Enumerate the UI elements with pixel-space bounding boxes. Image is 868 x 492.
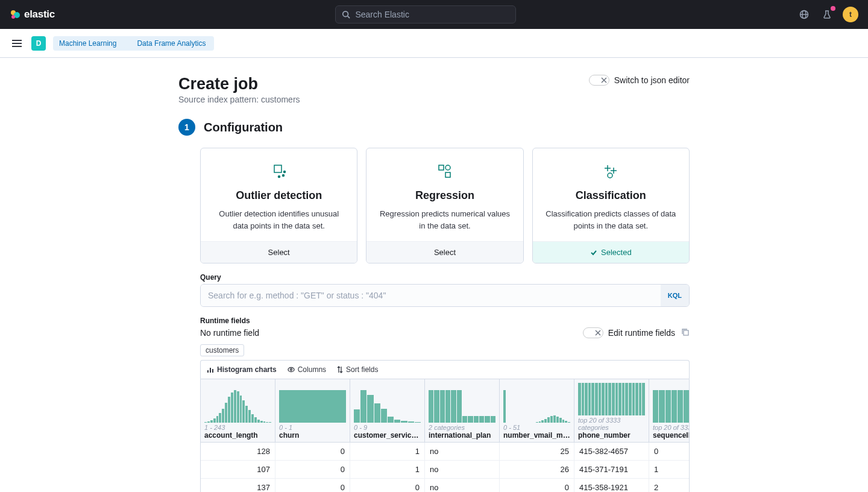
card-select-button[interactable]: Select (201, 241, 357, 263)
query-row: Search for e.g. method : "GET" or status… (200, 284, 690, 307)
column-header[interactable]: 1 - 243account_length (201, 379, 275, 442)
kql-toggle[interactable]: KQL (661, 285, 689, 306)
close-icon (594, 329, 602, 336)
table-cell: no (425, 461, 500, 478)
histogram (429, 389, 495, 423)
title-row: Create job Source index pattern: custome… (178, 75, 690, 104)
column-header[interactable]: 2 categoriesinternational_plan (425, 379, 500, 442)
runtime-actions: Edit runtime fields (583, 327, 690, 338)
card-desc: Outlier detection identifies unusual dat… (212, 208, 346, 232)
help-icon[interactable] (797, 7, 811, 22)
table-cell: 1 (350, 461, 425, 478)
table-cell: 25 (500, 443, 574, 460)
space-badge[interactable]: D (31, 36, 46, 51)
json-editor-switch[interactable]: Switch to json editor (589, 75, 690, 86)
histogram (204, 389, 271, 423)
table-row[interactable]: 13700no0415-358-19212 (201, 479, 690, 492)
histogram (279, 389, 346, 423)
toggle-off (589, 75, 609, 86)
table-cell: 0 (350, 479, 425, 492)
search-icon (342, 10, 350, 19)
table-cell: 107 (201, 461, 275, 478)
elastic-logo-icon (10, 9, 20, 20)
svg-point-32 (290, 369, 292, 371)
toggle-off (583, 327, 603, 338)
svg-rect-30 (212, 369, 213, 373)
sort-button[interactable]: Sort fields (337, 365, 378, 374)
column-range: 0 - 9 (354, 424, 421, 431)
logo-text: elastic (24, 8, 55, 20)
column-header[interactable]: 0 - 51number_vmail_messages (500, 379, 574, 442)
svg-line-4 (348, 16, 350, 19)
card-classification[interactable]: Classification Classification predicts c… (532, 148, 690, 263)
index-tag[interactable]: customers (200, 344, 244, 356)
columns-button[interactable]: Columns (288, 365, 326, 374)
classification-icon (544, 162, 678, 181)
edit-runtime-label: Edit runtime fields (608, 328, 675, 338)
histogram (503, 389, 570, 423)
column-name: number_vmail_messages (503, 431, 570, 440)
query-label: Query (200, 273, 690, 282)
histogram-toggle[interactable]: Histogram charts (207, 365, 277, 374)
svg-rect-29 (210, 368, 211, 373)
sub-header: D Machine Learning Data Frame Analytics (0, 29, 868, 58)
card-regression[interactable]: Regression Regression predicts numerical… (366, 148, 523, 263)
elastic-logo[interactable]: elastic (10, 8, 55, 20)
newsfeed-icon[interactable] (820, 7, 834, 22)
runtime-row: No runtime field Edit runtime fields (200, 327, 690, 338)
table-cell: 0 (649, 443, 690, 460)
card-select-button[interactable]: Select (366, 241, 523, 263)
breadcrumb-ml[interactable]: Machine Learning (53, 36, 125, 51)
svg-point-16 (283, 171, 285, 173)
svg-point-18 (445, 165, 450, 170)
query-input[interactable]: Search for e.g. method : "GET" or status… (201, 285, 661, 306)
column-header[interactable]: 0 - 9customer_service_calls (350, 379, 425, 442)
eye-icon (288, 366, 295, 373)
table-cell: 0 (275, 461, 350, 478)
svg-rect-19 (445, 172, 450, 177)
table-cell: no (425, 479, 500, 492)
close-icon (600, 77, 608, 84)
histogram (653, 389, 690, 423)
breadcrumb-dfa[interactable]: Data Frame Analytics (125, 36, 214, 51)
table-cell: 0 (500, 479, 574, 492)
user-avatar[interactable]: t (843, 7, 858, 22)
svg-point-15 (282, 175, 284, 177)
table-cell: 137 (201, 479, 275, 492)
table-cell: no (425, 443, 500, 460)
column-header[interactable]: top 20 of 3333 categoriesphone_number (574, 379, 649, 442)
svg-point-14 (278, 176, 280, 178)
top-header: elastic Search Elastic t (0, 0, 868, 29)
column-range: top 20 of 3333 c (653, 424, 690, 431)
table-cell: 2 (649, 479, 690, 492)
table-row[interactable]: 12801no25415-382-46570 (201, 443, 690, 461)
column-name: churn (279, 431, 346, 440)
column-header[interactable]: 0 - 1churn (275, 379, 350, 442)
check-icon (590, 249, 597, 256)
globe-icon (799, 10, 809, 19)
column-name: account_length (204, 431, 271, 440)
svg-point-3 (343, 11, 348, 17)
card-desc: Classification predicts classes of data … (544, 208, 678, 232)
svg-rect-28 (207, 370, 209, 373)
card-title: Outlier detection (212, 189, 346, 202)
card-outlier[interactable]: Outlier detection Outlier detection iden… (200, 148, 357, 263)
column-range: 0 - 1 (279, 424, 346, 431)
nav-menu-button[interactable] (10, 36, 24, 51)
histogram (354, 389, 421, 423)
card-title: Classification (544, 189, 678, 202)
copy-icon[interactable] (681, 328, 690, 338)
page-title: Create job (178, 75, 300, 93)
global-search-input[interactable]: Search Elastic (335, 5, 516, 24)
column-name: sequenceID (653, 431, 690, 440)
notification-dot (831, 6, 835, 11)
step-title: Configuration (204, 121, 283, 134)
table-cell: 0 (275, 479, 350, 492)
table-cell: 415-382-4657 (574, 443, 649, 460)
regression-icon (377, 162, 512, 181)
table-cell: 26 (500, 461, 574, 478)
edit-runtime-switch[interactable]: Edit runtime fields (583, 327, 675, 338)
table-cell: 1 (649, 461, 690, 478)
table-row[interactable]: 10701no26415-371-71911 (201, 461, 690, 479)
column-header[interactable]: top 20 of 3333 csequenceID (649, 379, 690, 442)
